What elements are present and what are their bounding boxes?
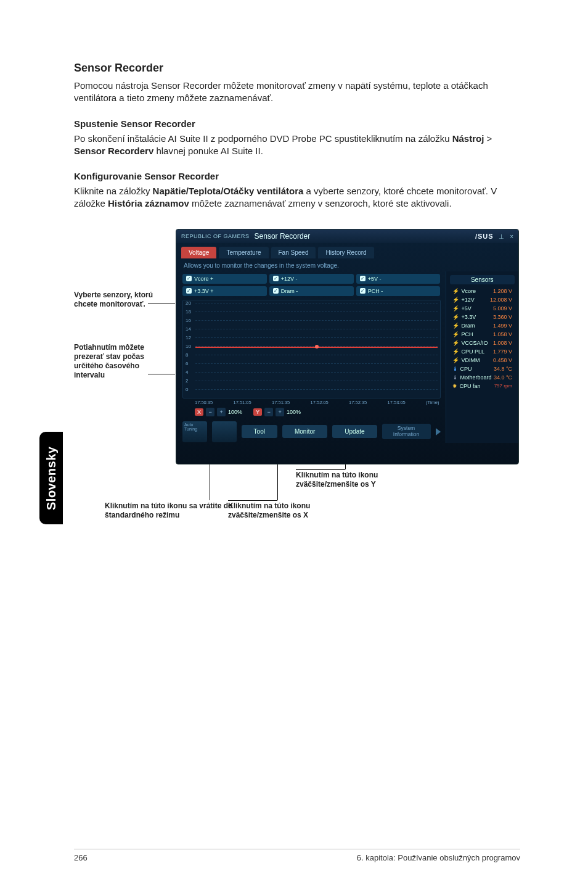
zoom-controls: X − + 100% Y − + 100% [182,408,441,416]
brand-label: REPUBLIC OF GAMERS [181,233,250,239]
sensor-recorder-window: REPUBLIC OF GAMERS Sensor Recorder /SUS … [176,229,519,464]
sensor-value: 1.008 V [493,340,512,346]
chart-y-tick: 6 [186,360,188,366]
sensor-value: 1.779 V [493,349,512,355]
sensor-name: VCCSA/IO [462,340,488,346]
zoom-y-out-button[interactable]: − [264,408,273,416]
tab-fan-speed[interactable]: Fan Speed [271,247,316,258]
system-info-button[interactable]: System Information [382,424,431,439]
next-arrow-icon[interactable] [436,428,441,435]
checkbox-icon: ✓ [273,288,279,294]
text: môžete zaznamenávať zmeny v senzoroch, k… [189,198,452,208]
thumb-button[interactable] [212,421,237,442]
sensor-name: Vcore [462,288,476,294]
chart-y-tick: 20 [186,300,191,305]
window-title: Sensor Recorder [255,232,311,241]
sensor-row[interactable]: ✸CPU fan797 rpm [450,382,515,390]
zoom-x-value: 100% [228,409,242,415]
callout-select-sensors: Vyberte senzory, ktorú chcete monitorova… [74,291,166,309]
chart-x-tick: 17:52:05 [311,400,329,405]
zoom-x-out-button[interactable]: − [206,408,214,416]
zoom-x-in-button[interactable]: + [217,408,226,416]
tab-temperature[interactable]: Temperature [219,247,268,258]
sensor-checkbox[interactable]: ✓PCH - [356,286,441,296]
sensor-value: 3.360 V [493,314,512,320]
sensor-row[interactable]: ⚡VCCSA/IO1.008 V [450,339,515,347]
chart-x-suffix: (Time) [426,400,439,405]
chart-data-point [315,345,319,349]
callout-zoom-y: Kliknutím na túto ikonu zväčšite/zmenšit… [296,471,431,489]
leader-line [296,469,345,470]
sensor-value: 0.458 V [493,357,512,363]
figure-sensor-recorder: Vyberte senzory, ktorú chcete monitorova… [74,229,520,550]
sensor-row[interactable]: ⚡+12V12.008 V [450,295,515,304]
zoom-y-value: 100% [287,409,301,415]
sensor-checkbox[interactable]: ✓Vcore + [182,274,267,284]
sensor-value: 1.499 V [493,323,512,329]
checkbox-icon: ✓ [186,276,192,281]
sensor-row[interactable]: ⚡Vcore1.208 V [450,287,515,295]
sensors-panel-header: Sensors [450,275,515,284]
sensor-row[interactable]: ⚡+5V5.009 V [450,304,515,313]
sensor-row[interactable]: ⚡+3.3V3.360 V [450,313,515,321]
sensor-row[interactable]: 🌡Motherboard34.0 °C [450,373,515,382]
sensor-value: 1.208 V [493,288,512,294]
checkbox-label: PCH - [368,288,383,294]
sensor-icon: 🌡 [452,366,458,372]
chart-x-tick: 17:51:05 [234,400,251,405]
chart-y-tick: 14 [186,326,191,331]
leader-line [228,500,277,501]
tab-history-record[interactable]: History Record [318,247,374,258]
sensor-name: Dram [462,323,475,329]
tab-voltage[interactable]: Voltage [181,247,216,258]
sensor-value: 1.058 V [493,331,512,337]
sensor-name: CPU fan [460,383,481,389]
voltage-chart[interactable]: 20181614121086420 [182,300,441,398]
sensor-name: +5V [462,305,472,311]
sensor-row[interactable]: ⚡Dram1.499 V [450,321,515,330]
chart-gridline [195,320,438,321]
zoom-y-in-button[interactable]: + [276,408,284,416]
callout-zoom-x: Kliknutím na túto ikonu zväčšite/zmenšit… [228,501,364,520]
zoom-y-label: Y [253,408,262,416]
paragraph-spustenie: Po skončení inštalácie AI Suite II z pod… [74,133,520,158]
sensor-checkbox[interactable]: ✓Dram - [269,286,354,296]
sensor-icon: ⚡ [452,340,459,346]
page-footer: 266 6. kapitola: Používanie obslužných p… [74,849,520,851]
auto-tuning-button[interactable]: Auto Tuning [182,421,207,442]
tab-description: Allows you to monitor the changes in the… [176,258,518,271]
sensor-value: 5.009 V [493,305,512,311]
text: > [484,133,492,144]
leader-line [148,374,175,374]
sensor-checkbox[interactable]: ✓+12V - [269,274,354,284]
sensor-row[interactable]: 🌡CPU34.8 °C [450,365,515,373]
sensor-icon: ⚡ [452,288,459,294]
chart-x-tick: 17:51:35 [272,400,290,405]
sensor-value: 797 rpm [494,383,512,389]
sensor-row[interactable]: ⚡VDIMM0.458 V [450,356,515,365]
chart-y-tick: 10 [186,343,191,349]
leader-line [148,303,175,303]
tool-button[interactable]: Tool [242,425,277,438]
chart-y-tick: 16 [186,317,191,323]
chart-gridline [195,389,438,390]
chart-gridline [195,337,438,338]
sensor-checkbox[interactable]: ✓+3.3V + [182,286,267,296]
minimize-icon[interactable]: ⊥ [499,233,504,240]
close-icon[interactable]: × [510,233,513,240]
sensor-row[interactable]: ⚡PCH1.058 V [450,330,515,339]
chart-gridline [195,355,438,355]
bold-sensor-recorder: Sensor Recorderv [74,146,153,156]
update-button[interactable]: Update [332,425,377,438]
checkbox-label: +12V - [281,276,298,282]
asus-logo: /SUS [475,233,494,240]
sensor-checkbox[interactable]: ✓+5V - [356,274,441,284]
sensor-name: Motherboard [460,374,492,381]
checkbox-label: +3.3V + [194,288,214,294]
sensor-name: PCH [462,331,473,337]
window-titlebar: REPUBLIC OF GAMERS Sensor Recorder /SUS … [176,229,518,243]
monitor-button[interactable]: Monitor [282,425,327,438]
sensor-value: 12.008 V [490,297,512,303]
sensor-row[interactable]: ⚡CPU PLL1.779 V [450,347,515,356]
sensor-value: 34.8 °C [494,366,512,372]
